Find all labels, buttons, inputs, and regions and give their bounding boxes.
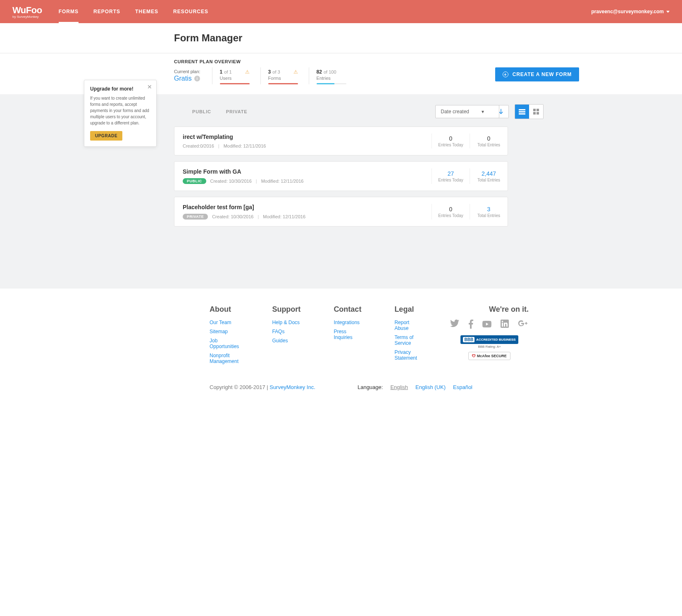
- plan-overview: CURRENT PLAN OVERVIEW Current plan: Grat…: [103, 53, 579, 84]
- language-option[interactable]: English: [390, 384, 408, 390]
- googleplus-icon[interactable]: [518, 320, 529, 329]
- filter-tab-public[interactable]: PUBLIC: [192, 109, 211, 114]
- total-entries-value[interactable]: 3: [472, 206, 506, 212]
- page-title-bar: Form Manager: [0, 23, 682, 53]
- page-title: Form Manager: [103, 32, 579, 44]
- form-title[interactable]: Simple Form with GA: [183, 168, 432, 175]
- user-email-text: praveenc@surveymonkey.com: [591, 9, 664, 14]
- forms-list: irect w/Templating Created:0/2016 | Modi…: [174, 127, 508, 227]
- list-view-button[interactable]: [515, 105, 529, 119]
- user-menu[interactable]: praveenc@surveymonkey.com: [591, 9, 670, 14]
- footer-link[interactable]: Privacy Statement: [394, 349, 417, 361]
- copyright: Copyright © 2006-2017 | SurveyMonkey Inc…: [210, 384, 315, 390]
- linkedin-icon[interactable]: [501, 320, 509, 329]
- total-entries-value[interactable]: 2,447: [472, 170, 506, 177]
- nav-tab-themes[interactable]: THEMES: [135, 0, 158, 23]
- chevron-down-icon: [666, 11, 670, 13]
- twitter-icon[interactable]: [450, 320, 459, 329]
- footer-link[interactable]: Press Inquiries: [334, 329, 361, 340]
- footer-col-title: About: [210, 305, 239, 314]
- total-entries: 0 Total Entries: [470, 134, 508, 148]
- footer-link[interactable]: Integrations: [334, 320, 361, 325]
- create-new-form-button[interactable]: + CREATE A NEW FORM: [495, 67, 579, 81]
- footer-col-about: AboutOur TeamSitemapJob OpportunitiesNon…: [210, 305, 239, 368]
- upgrade-button[interactable]: UPGRADE: [90, 131, 122, 141]
- list-icon: [519, 109, 525, 115]
- stat-entries: 82 of 100 Entries: [309, 67, 357, 84]
- total-entries-value: 0: [472, 135, 506, 142]
- form-card: irect w/Templating Created:0/2016 | Modi…: [174, 127, 508, 155]
- nav-tab-reports[interactable]: REPORTS: [93, 0, 120, 23]
- svg-rect-1: [519, 111, 525, 112]
- youtube-icon[interactable]: [482, 320, 491, 329]
- entries-today-value: 0: [434, 206, 468, 212]
- logo-text: WuFoo: [12, 5, 42, 16]
- visibility-badge: PRIVATE: [183, 214, 208, 220]
- top-nav-bar: WuFoo by SurveyMonkey FORMSREPORTSTHEMES…: [0, 0, 682, 23]
- language-selector: Language: EnglishEnglish (UK)Español: [358, 384, 472, 390]
- form-title[interactable]: irect w/Templating: [183, 134, 432, 140]
- footer-link[interactable]: Guides: [272, 338, 300, 344]
- footer-col-title: Contact: [334, 305, 361, 314]
- form-card: Placeholder test form [ga] PRIVATE Creat…: [174, 197, 508, 227]
- footer-onit-title: We're on it.: [450, 305, 529, 314]
- footer-link[interactable]: Job Opportunities: [210, 338, 239, 349]
- footer-link[interactable]: FAQs: [272, 329, 300, 334]
- upgrade-popup: ✕ Upgrade for more! If you want to creat…: [84, 80, 157, 147]
- footer-col-title: Legal: [394, 305, 417, 314]
- bbb-rating: BBB Rating: A+: [450, 345, 529, 349]
- create-btn-label: CREATE A NEW FORM: [513, 72, 572, 77]
- overview-header: CURRENT PLAN OVERVIEW: [174, 59, 579, 64]
- form-modified: Modified: 12/11/2016: [261, 179, 304, 184]
- footer-link[interactable]: Sitemap: [210, 329, 239, 334]
- popup-body: If you want to create unlimited forms an…: [90, 95, 150, 126]
- info-icon[interactable]: i: [194, 76, 200, 81]
- footer-link[interactable]: Help & Docs: [272, 320, 300, 325]
- footer-link[interactable]: Nonprofit Management: [210, 353, 239, 364]
- mcafee-badge[interactable]: 🛡 McAfee SECURE: [468, 352, 510, 360]
- stat-forms: 3 of 3 ⚠ Forms: [260, 67, 309, 84]
- form-modified: Modified: 12/11/2016: [263, 214, 305, 219]
- nav-tab-resources[interactable]: RESOURCES: [173, 0, 208, 23]
- form-created: Created:0/2016: [183, 143, 214, 148]
- form-created: Created: 10/30/2016: [210, 179, 252, 184]
- plan-name[interactable]: Gratis i: [174, 75, 200, 82]
- footer: AboutOur TeamSitemapJob OpportunitiesNon…: [0, 289, 682, 415]
- footer-link[interactable]: Terms of Service: [394, 334, 417, 346]
- view-toggle: [515, 104, 544, 119]
- plus-circle-icon: +: [503, 72, 508, 77]
- entries-today-value: 0: [434, 135, 468, 142]
- forms-toolbar: PUBLICPRIVATE Date created ▾: [138, 94, 544, 127]
- svg-rect-5: [533, 112, 536, 115]
- form-title[interactable]: Placeholder test form [ga]: [183, 204, 432, 210]
- chevron-down-icon: ▾: [482, 109, 484, 115]
- bbb-badge[interactable]: BBB ACCREDITED BUSINESS: [460, 335, 518, 344]
- entries-today-value[interactable]: 27: [434, 170, 468, 177]
- popup-title: Upgrade for more!: [90, 86, 150, 92]
- company-link[interactable]: SurveyMonkey Inc.: [269, 384, 315, 390]
- plan-box: Current plan: Gratis i: [174, 67, 212, 82]
- language-option[interactable]: Español: [453, 384, 472, 390]
- entries-today: 27 Entries Today: [432, 168, 470, 184]
- logo[interactable]: WuFoo by SurveyMonkey: [12, 5, 42, 19]
- grid-view-button[interactable]: [529, 105, 543, 119]
- facebook-icon[interactable]: [468, 320, 473, 329]
- footer-col-contact: ContactIntegrationsPress Inquiries: [334, 305, 361, 368]
- visibility-badge: PUBLIC: [183, 178, 206, 184]
- nav-tab-forms[interactable]: FORMS: [59, 0, 79, 23]
- nav-tabs: FORMSREPORTSTHEMESRESOURCES: [59, 0, 208, 23]
- footer-link[interactable]: Our Team: [210, 320, 239, 325]
- filter-tab-private[interactable]: PRIVATE: [226, 109, 248, 114]
- close-icon[interactable]: ✕: [147, 84, 152, 90]
- footer-link[interactable]: Report Abuse: [394, 320, 417, 331]
- sort-select[interactable]: Date created ▾: [435, 105, 499, 118]
- footer-col-legal: LegalReport AbuseTerms of ServicePrivacy…: [394, 305, 417, 368]
- form-modified: Modified: 12/11/2016: [224, 143, 266, 148]
- footer-col-title: Support: [272, 305, 300, 314]
- entries-today: 0 Entries Today: [432, 134, 470, 148]
- plan-label: Current plan:: [174, 69, 200, 74]
- language-option[interactable]: English (UK): [415, 384, 446, 390]
- total-entries: 2,447 Total Entries: [470, 168, 508, 184]
- footer-social: We're on it. BBB ACCREDITED BUSINESS BBB…: [450, 305, 600, 368]
- form-card: Simple Form with GA PUBLIC Created: 10/3…: [174, 161, 508, 191]
